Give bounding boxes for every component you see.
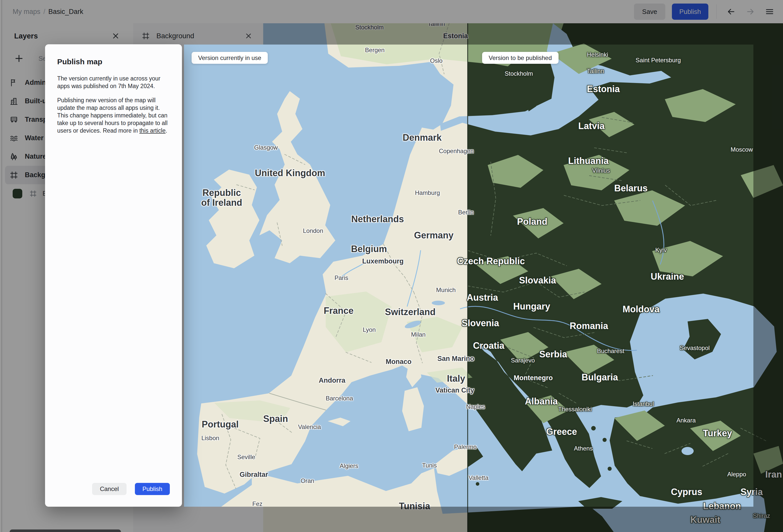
current-version-badge: Version currently in use <box>192 52 268 64</box>
map-label-aleppo: Aleppo <box>727 471 746 477</box>
map-label-tunisia: Tunisia <box>399 501 430 507</box>
map-label-oran: Oran <box>301 477 314 484</box>
new-version-badge: Version to be published <box>482 52 559 64</box>
map-label-bergen: Bergen <box>365 47 384 54</box>
map-label-moldova: Moldova <box>623 305 659 314</box>
map-labels: StockholmTallinnEstoniaBergenOsloGlasgow… <box>184 44 753 507</box>
map-label-albania: Albania <box>525 397 558 406</box>
map-label-istanbul: Istanbul <box>633 401 654 407</box>
map-label-slovakia: Slovakia <box>519 276 556 285</box>
map-label-munich: Munich <box>436 287 456 293</box>
map-label-sarajevo: Sarajevo <box>511 357 535 364</box>
map-label-kyiv: Kyiv <box>655 247 666 253</box>
map-label-bucharest: Bucharest <box>597 348 624 354</box>
map-label-valencia: Valencia <box>298 424 321 430</box>
map-label-seville: Seville <box>238 454 255 460</box>
map-label-greece: Greece <box>546 427 577 437</box>
map-label-vilnius: Vilnius <box>592 167 610 174</box>
map-label-turkey: Turkey <box>703 429 732 438</box>
map-label-helsinki: Helsinki <box>587 51 608 58</box>
map-label-slovenia: Slovenia <box>462 318 499 328</box>
this-article-link[interactable]: this article <box>139 127 166 134</box>
map-label-lyon: Lyon <box>363 326 376 333</box>
map-label-andorra: Andorra <box>319 377 345 384</box>
dialog-paragraph-2: Publishing new version of the map will u… <box>57 96 170 134</box>
map-label-thessaloniki: Thessaloniki <box>558 406 592 412</box>
map-label-belarus: Belarus <box>614 184 648 193</box>
map-label-estonia: Estonia <box>587 84 620 94</box>
map-label-cyprus: Cyprus <box>671 487 702 497</box>
map-label-sevastopol: Sevastopol <box>680 345 710 351</box>
map-label-lebanon: Lebanon <box>703 501 741 507</box>
map-label-france: France <box>324 306 353 316</box>
map-label-lithuania: Lithuania <box>568 156 608 166</box>
map-label-monaco: Monaco <box>386 358 411 366</box>
map-label-barcelona: Barcelona <box>326 395 353 402</box>
map-label-hungary: Hungary <box>513 302 550 312</box>
map-label-saint-petersburg: Saint Petersburg <box>636 57 681 64</box>
map-label-switzerland: Switzerland <box>385 307 436 317</box>
publish-map-dialog: Publish map The version currently in use… <box>45 44 182 507</box>
map-label-bulgaria: Bulgaria <box>582 373 618 382</box>
map-label-berlin: Berlin <box>458 209 473 216</box>
map-label-stockholm: Stockholm <box>505 70 533 77</box>
map-label-croatia: Croatia <box>473 341 504 351</box>
map-label-portugal: Portugal <box>202 419 239 430</box>
publish-confirm-button[interactable]: Publish <box>135 483 170 495</box>
map-label-syria: Syria <box>741 487 753 497</box>
map-label-moscow: Moscow <box>731 146 753 153</box>
map-label-netherlands: Netherlands <box>351 214 404 224</box>
map-label-ukraine: Ukraine <box>651 272 684 282</box>
map-label-republic-of-ireland: Republic of Ireland <box>201 188 242 208</box>
map-label-poland: Poland <box>517 217 547 227</box>
map-label-paris: Paris <box>335 275 348 281</box>
map-label-hamburg: Hamburg <box>415 190 440 196</box>
map-label-valletta: Valletta <box>469 474 489 481</box>
map-label-naples: Naples <box>466 403 485 410</box>
map-label-spain: Spain <box>263 414 288 424</box>
map-label-oslo: Oslo <box>430 58 442 64</box>
map-label-austria: Austria <box>467 293 498 303</box>
map-label-montenegro: Montenegro <box>514 374 553 382</box>
map-label-milan: Milan <box>411 331 426 338</box>
dialog-title: Publish map <box>57 58 170 66</box>
map-label-athens: Athens <box>574 445 593 452</box>
map-label-copenhagen: Copenhagen <box>439 148 473 154</box>
map-label-san-marino: San Marino <box>437 355 474 363</box>
map-label-gibraltar: Gibraltar <box>240 471 268 478</box>
map-label-belgium: Belgium <box>351 244 387 254</box>
map-label-vatican-city: Vatican City <box>435 387 474 394</box>
map-label-romania: Romania <box>570 321 608 331</box>
map-label-serbia: Serbia <box>539 349 567 359</box>
map-label-fez: Fez <box>252 501 262 507</box>
dialog-paragraph-1: The version currently in use across your… <box>57 75 170 90</box>
map-label-tunis: Tunis <box>422 462 437 469</box>
map-label-denmark: Denmark <box>403 133 442 143</box>
map-label-tallinn: Tallinn <box>587 68 604 74</box>
map-label-latvia: Latvia <box>578 121 604 131</box>
map-label-united-kingdom: United Kingdom <box>255 168 325 178</box>
map-label-germany: Germany <box>414 230 453 241</box>
map-label-glasgow: Glasgow <box>254 144 278 151</box>
map-label-london: London <box>303 227 323 234</box>
map-label-algiers: Algiers <box>340 463 358 469</box>
map-label-ankara: Ankara <box>677 417 696 424</box>
map-label-palermo: Palermo <box>454 444 476 450</box>
cancel-button[interactable]: Cancel <box>92 483 127 495</box>
map-label-luxembourg: Luxembourg <box>362 258 404 265</box>
map-label-lisbon: Lisbon <box>201 435 219 441</box>
map-label-italy: Italy <box>447 374 465 384</box>
version-compare-view[interactable]: StockholmTallinnEstoniaBergenOsloGlasgow… <box>184 44 753 507</box>
map-label-czech-republic: Czech Republic <box>457 256 525 266</box>
